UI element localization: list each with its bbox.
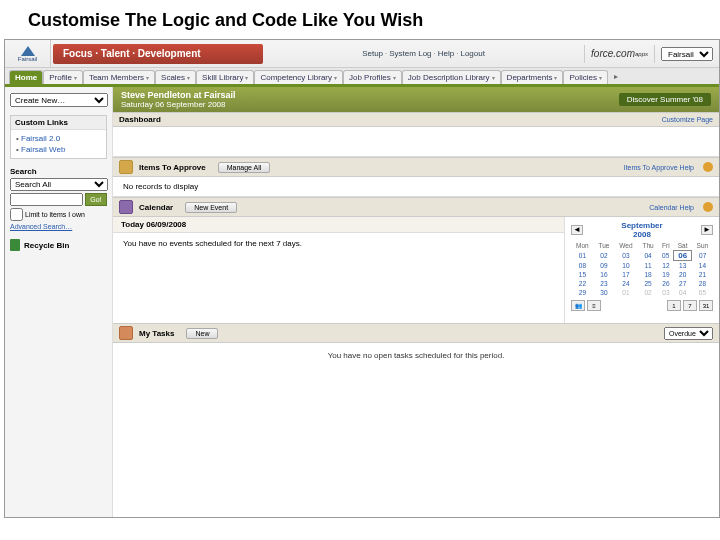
nav-setup[interactable]: Setup	[362, 49, 383, 58]
tasks-icon	[119, 326, 133, 340]
search-input[interactable]	[10, 193, 83, 206]
cal-day[interactable]: 13	[673, 261, 691, 271]
cal-day[interactable]: 19	[658, 270, 673, 279]
cal-day[interactable]: 07	[692, 251, 713, 261]
cal-day[interactable]: 26	[658, 279, 673, 288]
cal-day[interactable]: 06	[673, 251, 691, 261]
tab-competency-library[interactable]: Competency Library▾	[254, 70, 343, 84]
nav-logout[interactable]: Logout	[460, 49, 484, 58]
cal-day[interactable]: 27	[673, 279, 691, 288]
app-selector[interactable]: Fairsail	[661, 47, 713, 61]
cal-day[interactable]: 28	[692, 279, 713, 288]
cal-view-month[interactable]: 31	[699, 300, 713, 311]
tab-home[interactable]: Home	[9, 70, 43, 84]
cal-day[interactable]: 12	[658, 261, 673, 271]
cal-day[interactable]: 30	[594, 288, 614, 297]
cal-day[interactable]: 14	[692, 261, 713, 271]
cal-day[interactable]: 04	[638, 251, 659, 261]
cal-next[interactable]: ►	[701, 225, 713, 235]
tab-more[interactable]: ▸	[608, 70, 624, 84]
cal-day[interactable]: 25	[638, 279, 659, 288]
cal-day[interactable]: 24	[614, 279, 638, 288]
cal-day[interactable]: 18	[638, 270, 659, 279]
cal-day[interactable]: 29	[571, 288, 594, 297]
customize-page-link[interactable]: Customize Page	[662, 116, 713, 123]
approve-help-link[interactable]: Items To Approve Help	[624, 164, 694, 171]
search-go-button[interactable]: Go!	[85, 193, 107, 206]
tab-skill-library[interactable]: Skill Library▾	[196, 70, 254, 84]
cal-view-multi[interactable]: 👥	[571, 300, 585, 311]
cal-day[interactable]: 03	[658, 288, 673, 297]
tab-policies[interactable]: Policies▾	[563, 70, 608, 84]
tasks-section: My Tasks New Overdue You have no open ta…	[113, 323, 719, 368]
calendar-msg: You have no events scheduled for the nex…	[113, 233, 564, 323]
cal-day[interactable]: 10	[614, 261, 638, 271]
calendar-today: Today 06/09/2008	[113, 217, 564, 233]
cal-day[interactable]: 11	[638, 261, 659, 271]
calendar-section: Calendar New Event Calendar Help Today 0…	[113, 197, 719, 323]
force-logo: force.comapps	[584, 45, 655, 63]
cal-day[interactable]: 03	[614, 251, 638, 261]
tasks-msg: You have no open tasks scheduled for thi…	[113, 343, 719, 368]
help-icon[interactable]	[703, 202, 713, 212]
search-scope[interactable]: Search All	[10, 178, 108, 191]
tab-profile[interactable]: Profile▾	[43, 70, 83, 84]
cal-day[interactable]: 02	[594, 251, 614, 261]
tab-job-desc-library[interactable]: Job Description Library▾	[402, 70, 501, 84]
cal-day[interactable]: 21	[692, 270, 713, 279]
calendar-title: Calendar	[139, 203, 173, 212]
nav-syslog[interactable]: System Log	[389, 49, 431, 58]
help-icon[interactable]	[703, 162, 713, 172]
cal-day[interactable]: 09	[594, 261, 614, 271]
cal-day[interactable]: 05	[658, 251, 673, 261]
tasks-filter[interactable]: Overdue	[664, 327, 713, 340]
cal-day[interactable]: 20	[673, 270, 691, 279]
calendar-help-link[interactable]: Calendar Help	[649, 204, 694, 211]
cal-day[interactable]: 08	[571, 261, 594, 271]
advanced-search-link[interactable]: Advanced Search…	[10, 223, 72, 230]
search-panel: Search Search All Go! Limit to items I o…	[10, 167, 107, 231]
cal-day[interactable]: 22	[571, 279, 594, 288]
tab-job-profiles[interactable]: Job Profiles▾	[343, 70, 402, 84]
nav-help[interactable]: Help	[438, 49, 454, 58]
limit-checkbox-row[interactable]: Limit to items I own	[10, 208, 107, 221]
cal-day[interactable]: 01	[571, 251, 594, 261]
cal-view-day[interactable]: 1	[667, 300, 681, 311]
user-bar: Steve Pendleton at Fairsail Saturday 06 …	[113, 87, 719, 112]
cal-day[interactable]: 04	[673, 288, 691, 297]
slide-title: Customise The Logic and Code Like You Wi…	[0, 0, 720, 39]
cal-day[interactable]: 23	[594, 279, 614, 288]
approve-icon	[119, 160, 133, 174]
cal-day[interactable]: 17	[614, 270, 638, 279]
new-event-button[interactable]: New Event	[185, 202, 237, 213]
logo-triangle-icon	[21, 46, 35, 56]
custom-links-title: Custom Links	[11, 116, 106, 130]
new-task-button[interactable]: New	[186, 328, 218, 339]
cal-view-week[interactable]: 7	[683, 300, 697, 311]
link-fairsail-20[interactable]: Fairsail 2.0	[16, 133, 101, 144]
cal-day[interactable]: 16	[594, 270, 614, 279]
dashboard-section: Dashboard Customize Page	[113, 112, 719, 157]
approve-empty: No records to display	[113, 177, 719, 197]
tab-team-members[interactable]: Team Members▾	[83, 70, 155, 84]
cal-day[interactable]: 02	[638, 288, 659, 297]
cal-day[interactable]: 05	[692, 288, 713, 297]
limit-checkbox[interactable]	[10, 208, 23, 221]
tab-scales[interactable]: Scales▾	[155, 70, 196, 84]
discover-button[interactable]: Discover Summer '08	[619, 93, 711, 106]
create-new-select[interactable]: Create New…	[10, 93, 108, 107]
dashboard-title: Dashboard	[119, 115, 161, 124]
cal-prev[interactable]: ◄	[571, 225, 583, 235]
link-fairsail-web[interactable]: Fairsail Web	[16, 144, 101, 155]
tab-departments[interactable]: Departments▾	[501, 70, 564, 84]
manage-all-button[interactable]: Manage All	[218, 162, 271, 173]
approve-section: Items To Approve Manage All Items To App…	[113, 157, 719, 197]
brand-bar: Focus · Talent · Development	[53, 44, 263, 64]
mini-cal-grid: MonTueWedThuFriSatSun 010203040506070809…	[571, 241, 713, 297]
cal-day[interactable]: 01	[614, 288, 638, 297]
topbar: Fairsail Focus · Talent · Development Se…	[5, 40, 719, 68]
recycle-bin[interactable]: Recycle Bin	[10, 239, 107, 251]
cal-day[interactable]: 15	[571, 270, 594, 279]
cal-view-list[interactable]: ≡	[587, 300, 601, 311]
calendar-icon	[119, 200, 133, 214]
